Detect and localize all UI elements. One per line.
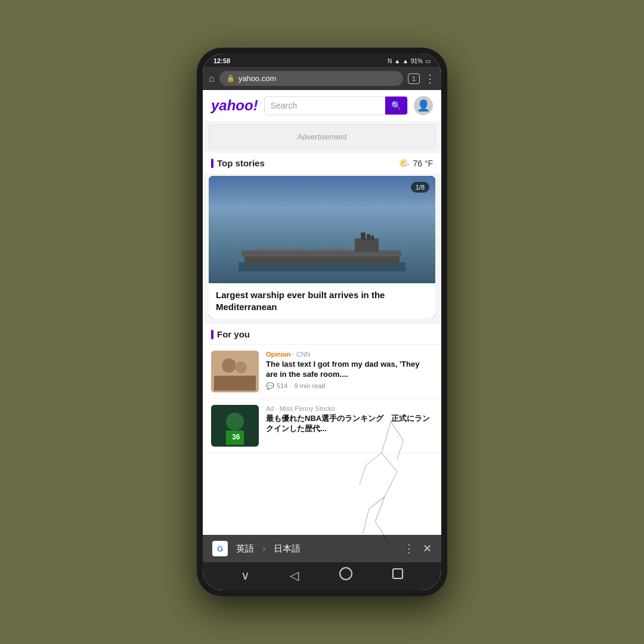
tab-count[interactable]: 1 [408, 73, 420, 84]
weather-temp: 76 °F [413, 159, 433, 168]
nav-home-icon[interactable] [339, 567, 352, 583]
svg-rect-8 [274, 248, 285, 250]
status-time: 12:58 [213, 57, 230, 64]
nav-recent-icon[interactable] [392, 568, 403, 582]
sun-icon: 🌤️ [398, 157, 410, 169]
for-you-accent [211, 330, 213, 339]
svg-rect-3 [355, 239, 379, 252]
phone-screen: 12:58 N ▲ ▲ 91% ▭ ⌂ 🔒 yahoo.com 1 ⋮ yaho… [203, 54, 441, 590]
source-name-1: CNN [296, 351, 311, 358]
news-source-1: Opinion · CNN [266, 351, 433, 358]
svg-rect-4 [361, 233, 366, 240]
translate-bar: G 英語 › 日本語 ⋮ ✕ [203, 535, 441, 562]
hero-title: Largest warship ever built arrives in th… [216, 289, 428, 312]
read-time-1: 9 min read [294, 382, 325, 389]
news-body-2: Ad · Miss Penny Stocks 最も優れたNBA選手のランキング … [266, 405, 433, 436]
android-nav: ∨ ◁ [203, 562, 441, 590]
nav-down-icon[interactable]: ∨ [241, 568, 250, 583]
google-translate-icon: G [212, 541, 228, 556]
opinion-tag: Opinion [266, 351, 291, 358]
network-icon: N [388, 58, 392, 64]
svg-point-13 [222, 358, 236, 373]
translate-from[interactable]: 英語 [236, 543, 254, 555]
user-avatar[interactable]: 👤 [414, 96, 433, 115]
for-you-section: For you [203, 324, 441, 535]
hero-caption: Largest warship ever built arrives in th… [209, 283, 435, 318]
comment-icon: 💬 [266, 382, 274, 390]
translate-more-icon[interactable]: ⋮ [404, 542, 414, 555]
yahoo-logo[interactable]: yahoo! [211, 97, 258, 114]
weather-badge[interactable]: 🌤️ 76 °F [398, 157, 433, 169]
battery-icon: ▭ [425, 58, 431, 64]
hero-image: 1/8 [209, 176, 435, 283]
home-circle [339, 567, 352, 580]
translate-to[interactable]: 日本語 [274, 543, 301, 555]
hero-card[interactable]: 1/8 Largest warship ever built arrives i… [209, 176, 435, 318]
svg-rect-5 [367, 234, 370, 240]
svg-rect-11 [333, 248, 345, 250]
news-item-1[interactable]: Opinion · CNN The last text I got from m… [203, 345, 441, 399]
news-thumb-1 [211, 351, 259, 392]
top-stories-label: Top stories [217, 158, 265, 168]
source-name-2: Miss Penny Stocks [280, 405, 335, 412]
yahoo-header: yahoo! Search 🔍 👤 [203, 90, 441, 121]
browser-chrome: ⌂ 🔒 yahoo.com 1 ⋮ [203, 67, 441, 90]
ad-tag: Ad [266, 405, 274, 412]
svg-text:36: 36 [232, 433, 240, 441]
nav-back-icon[interactable]: ◁ [290, 568, 299, 583]
news-headline-1: The last text I got from my dad was, 'Th… [266, 360, 433, 380]
for-you-title: For you [217, 329, 250, 339]
search-bar[interactable]: Search 🔍 [264, 96, 408, 115]
thumb-cnn-image [211, 351, 259, 392]
thumb-nba-image: 36 [211, 405, 259, 447]
phone-frame: 12:58 N ▲ ▲ 91% ▭ ⌂ 🔒 yahoo.com 1 ⋮ yaho… [197, 48, 447, 596]
status-bar: 12:58 N ▲ ▲ 91% ▭ [203, 54, 441, 67]
ad-banner: Advertisement [209, 125, 435, 149]
lock-icon: 🔒 [227, 75, 235, 82]
news-item-2[interactable]: 36 Ad · Miss Penny Stocks 最も優れたNBA選手のランキ… [203, 399, 441, 453]
wifi-icon: ▲ [394, 58, 400, 64]
purple-accent [211, 159, 213, 168]
svg-point-14 [235, 361, 247, 373]
yahoo-content: yahoo! Search 🔍 👤 Advertisement Top stor… [203, 90, 441, 535]
translate-arrow: › [262, 543, 265, 554]
comment-count: 514 [277, 382, 287, 389]
svg-rect-15 [214, 376, 256, 391]
svg-rect-9 [292, 248, 305, 250]
news-meta-1: 💬 514 · 9 min read [266, 382, 433, 390]
for-you-header: For you [203, 324, 441, 345]
svg-point-17 [226, 413, 244, 431]
square-recent [392, 568, 403, 579]
search-button[interactable]: 🔍 [385, 97, 407, 114]
news-headline-2: 最も優れたNBA選手のランキング 正式にランクインした歴代... [266, 414, 433, 434]
svg-rect-7 [256, 248, 268, 250]
battery-text: 91% [411, 58, 423, 64]
translate-close-icon[interactable]: ✕ [423, 542, 432, 555]
signal-icon: ▲ [402, 58, 408, 64]
image-counter: 1/8 [411, 182, 429, 193]
news-thumb-2: 36 [211, 405, 259, 447]
news-body-1: Opinion · CNN The last text I got from m… [266, 351, 433, 390]
url-bar[interactable]: 🔒 yahoo.com [219, 71, 403, 86]
home-browser-icon[interactable]: ⌂ [209, 73, 215, 84]
top-stories-header: Top stories 🌤️ 76 °F [203, 153, 441, 174]
search-placeholder: Search [271, 101, 297, 110]
url-text: yahoo.com [239, 74, 277, 83]
meta-dot: · [290, 382, 292, 389]
ship-svg [239, 230, 405, 271]
status-icons: N ▲ ▲ 91% ▭ [388, 58, 431, 64]
browser-menu-icon[interactable]: ⋮ [425, 72, 435, 85]
news-source-2: Ad · Miss Penny Stocks [266, 405, 433, 412]
section-title: Top stories [211, 158, 265, 168]
ad-text: Advertisement [297, 132, 346, 141]
svg-rect-6 [371, 236, 374, 240]
svg-rect-10 [316, 248, 327, 250]
